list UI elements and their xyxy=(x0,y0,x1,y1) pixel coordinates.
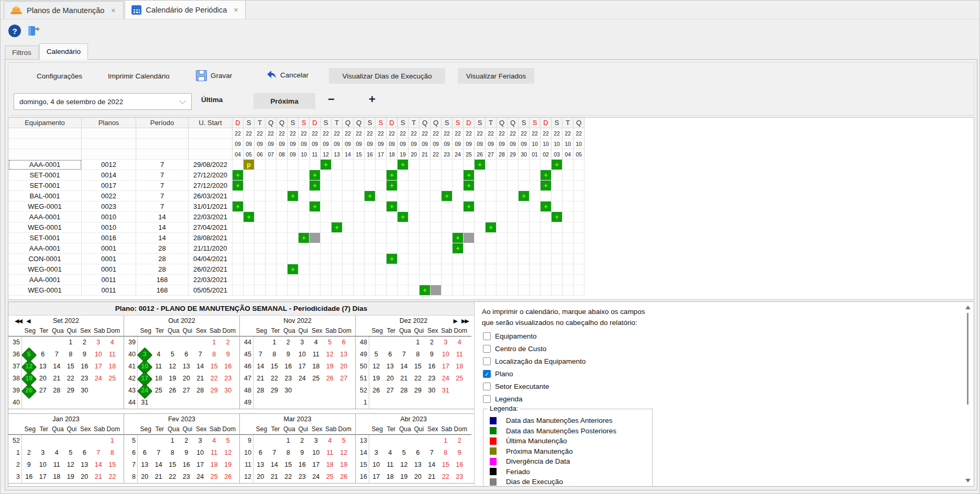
day-cell[interactable]: 26 xyxy=(221,471,235,483)
grid-cell[interactable] xyxy=(409,233,420,243)
day-cell[interactable]: 16 xyxy=(180,459,194,471)
day-cell[interactable]: 22 xyxy=(166,471,180,483)
grid-cell[interactable] xyxy=(475,264,486,275)
day-cell[interactable]: 23 xyxy=(180,471,194,483)
grid-cell[interactable] xyxy=(552,222,563,233)
marker-proxima[interactable]: p xyxy=(244,160,255,170)
grid-cell[interactable] xyxy=(299,275,310,285)
grid-cell[interactable] xyxy=(299,191,310,201)
grid-cell[interactable] xyxy=(541,264,552,275)
grid-cell[interactable] xyxy=(475,243,486,254)
grid-cell[interactable] xyxy=(442,254,453,264)
grid-cell[interactable] xyxy=(508,170,519,181)
day-cell[interactable]: 3 xyxy=(295,336,310,349)
grid-cell[interactable] xyxy=(519,181,530,191)
marker-execucao[interactable] xyxy=(310,233,321,243)
grid-cell[interactable] xyxy=(552,243,563,254)
day-cell[interactable]: 10 xyxy=(36,459,50,471)
day-cell[interactable]: 8 xyxy=(281,447,295,459)
grid-cell[interactable] xyxy=(376,264,387,275)
grid-cell[interactable] xyxy=(420,254,431,264)
day-cell[interactable]: 4 xyxy=(453,336,467,349)
grid-cell[interactable] xyxy=(354,181,365,191)
checkbox[interactable] xyxy=(483,383,491,390)
marker-posterior[interactable]: + xyxy=(464,201,475,212)
marker-posterior[interactable]: + xyxy=(453,243,464,254)
grid-cell[interactable] xyxy=(464,285,475,296)
grid-cell[interactable] xyxy=(354,275,365,285)
grid-cell[interactable] xyxy=(255,212,266,222)
grid-cell[interactable] xyxy=(431,212,442,222)
day-cell[interactable]: 26 xyxy=(166,385,180,397)
grid-cell[interactable] xyxy=(541,222,552,233)
day-cell[interactable]: 15 xyxy=(411,361,425,373)
day-cell[interactable]: 30 xyxy=(221,385,235,397)
day-cell[interactable]: 7 xyxy=(254,349,268,361)
marker-posterior[interactable]: + xyxy=(321,160,332,170)
grid-cell[interactable] xyxy=(244,201,255,212)
grid-cell[interactable] xyxy=(288,170,299,181)
grid-cell[interactable] xyxy=(321,181,332,191)
table-row[interactable]: SET-00010017727/12/2020+++++ xyxy=(8,181,974,191)
grid-cell[interactable] xyxy=(332,254,343,264)
row-cell[interactable]: 05/05/2021 xyxy=(189,285,233,296)
day-cell[interactable]: 9 xyxy=(453,447,467,459)
grid-cell[interactable] xyxy=(321,243,332,254)
day-cell[interactable]: 25 xyxy=(152,385,166,397)
grid-cell[interactable] xyxy=(387,212,398,222)
grid-cell[interactable] xyxy=(354,160,365,170)
day-cell[interactable]: 2 xyxy=(180,435,194,447)
marker-posterior[interactable]: + xyxy=(541,181,552,191)
grid-cell[interactable] xyxy=(233,212,244,222)
marker-posterior[interactable]: + xyxy=(310,201,321,212)
checkbox[interactable] xyxy=(483,332,491,340)
help-button[interactable]: ? xyxy=(7,23,23,39)
grid-cell[interactable] xyxy=(552,264,563,275)
grid-cell[interactable] xyxy=(497,254,508,264)
day-cell[interactable]: 24 xyxy=(138,385,152,397)
day-cell[interactable]: 20 xyxy=(36,373,50,385)
grid-cell[interactable] xyxy=(266,222,277,233)
grid-cell[interactable] xyxy=(321,285,332,296)
grid-cell[interactable] xyxy=(420,233,431,243)
grid-cell[interactable] xyxy=(387,243,398,254)
grid-cell[interactable] xyxy=(519,160,530,170)
grid-cell[interactable] xyxy=(244,275,255,285)
day-cell[interactable]: 26 xyxy=(337,471,351,483)
day-cell[interactable]: 8 xyxy=(166,447,180,459)
marker-posterior[interactable]: + xyxy=(387,201,398,212)
zoom-out-button[interactable]: − xyxy=(328,93,335,106)
grid-cell[interactable] xyxy=(343,222,354,233)
grid-cell[interactable] xyxy=(365,201,376,212)
grid-cell[interactable] xyxy=(255,254,266,264)
grid-cell[interactable] xyxy=(365,170,376,181)
grid-cell[interactable] xyxy=(266,254,277,264)
grid-cell[interactable] xyxy=(563,201,574,212)
grid-cell[interactable] xyxy=(486,243,497,254)
grid-cell[interactable] xyxy=(497,212,508,222)
day-cell[interactable]: 19 xyxy=(22,373,36,385)
scroll-up-arrow-icon[interactable] xyxy=(965,306,971,309)
day-cell[interactable]: 12 xyxy=(337,447,351,459)
date-dropdown[interactable]: domingo, 4 de setembro de 2022 xyxy=(14,93,192,110)
row-cell[interactable]: WEG-0001 xyxy=(8,201,82,212)
exit-button[interactable] xyxy=(26,23,41,39)
grid-cell[interactable] xyxy=(541,191,552,201)
day-cell[interactable]: 20 xyxy=(254,471,268,483)
day-cell[interactable]: 14 xyxy=(268,459,282,471)
grid-cell[interactable] xyxy=(497,233,508,243)
grid-cell[interactable] xyxy=(398,275,409,285)
grid-cell[interactable] xyxy=(310,191,321,201)
grid-cell[interactable] xyxy=(541,243,552,254)
grid-cell[interactable] xyxy=(266,170,277,181)
close-icon[interactable]: × xyxy=(111,6,115,15)
marker-posterior[interactable]: + xyxy=(233,201,244,212)
grid-cell[interactable] xyxy=(288,285,299,296)
day-cell[interactable]: 11 xyxy=(152,361,166,373)
grid-cell[interactable] xyxy=(398,243,409,254)
grid-cell[interactable] xyxy=(376,212,387,222)
day-cell[interactable]: 6 xyxy=(78,447,92,459)
day-cell[interactable]: 13 xyxy=(138,459,152,471)
grid-cell[interactable] xyxy=(299,264,310,275)
grid-cell[interactable] xyxy=(442,160,453,170)
